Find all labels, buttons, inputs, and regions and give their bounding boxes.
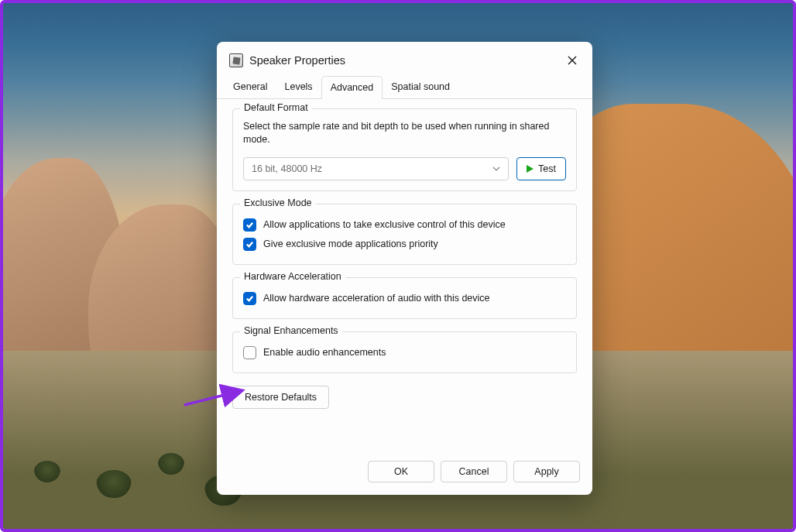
checkbox-exclusive-priority[interactable]	[243, 238, 256, 251]
cancel-button[interactable]: Cancel	[441, 461, 507, 482]
group-signal-enh: Signal Enhancements Enable audio enhance…	[232, 331, 577, 373]
chevron-down-icon	[492, 165, 500, 173]
default-format-description: Select the sample rate and bit depth to …	[243, 120, 566, 146]
dialog-footer: OK Cancel Apply	[217, 452, 592, 495]
label-exclusive-priority: Give exclusive mode applications priorit…	[263, 239, 438, 249]
group-title-hardware-accel: Hardware Acceleration	[240, 271, 345, 282]
apply-button[interactable]: Apply	[513, 461, 580, 482]
group-title-exclusive-mode: Exclusive Mode	[240, 197, 316, 208]
play-icon	[527, 165, 534, 173]
label-audio-enhancements: Enable audio enhancements	[263, 347, 386, 358]
speaker-properties-dialog: Speaker Properties General Levels Advanc…	[217, 42, 592, 495]
ok-button[interactable]: OK	[368, 461, 434, 482]
speaker-icon	[229, 53, 243, 67]
checkbox-audio-enhancements[interactable]	[243, 346, 256, 359]
window-title: Speaker Properties	[249, 54, 560, 67]
test-button[interactable]: Test	[516, 157, 566, 180]
background-brush	[158, 453, 184, 475]
label-exclusive-control: Allow applications to take exclusive con…	[263, 219, 506, 230]
group-default-format: Default Format Select the sample rate an…	[232, 108, 577, 191]
label-hardware-accel: Allow hardware acceleration of audio wit…	[263, 293, 490, 304]
tab-levels[interactable]: Levels	[276, 76, 321, 98]
group-title-default-format: Default Format	[240, 102, 312, 113]
restore-defaults-button[interactable]: Restore Defaults	[232, 386, 329, 409]
background-brush	[96, 470, 132, 498]
check-icon	[245, 221, 254, 229]
group-hardware-accel: Hardware Acceleration Allow hardware acc…	[232, 277, 577, 319]
sample-rate-value: 16 bit, 48000 Hz	[252, 163, 322, 174]
check-icon	[245, 240, 254, 249]
background-brush	[34, 461, 60, 482]
close-icon	[568, 56, 577, 65]
sample-rate-select[interactable]: 16 bit, 48000 Hz	[243, 157, 509, 180]
dialog-body: Default Format Select the sample rate an…	[217, 99, 592, 452]
tab-spatial-sound[interactable]: Spatial sound	[383, 76, 458, 98]
checkbox-hardware-accel[interactable]	[243, 292, 256, 305]
titlebar: Speaker Properties	[217, 42, 592, 76]
tab-advanced[interactable]: Advanced	[321, 76, 383, 99]
tab-strip: General Levels Advanced Spatial sound	[217, 76, 592, 99]
close-button[interactable]	[560, 50, 585, 71]
group-exclusive-mode: Exclusive Mode Allow applications to tak…	[232, 204, 577, 265]
checkbox-exclusive-control[interactable]	[243, 218, 256, 232]
tab-general[interactable]: General	[225, 76, 276, 98]
check-icon	[245, 294, 254, 303]
desktop: Speaker Properties General Levels Advanc…	[0, 0, 796, 532]
test-button-label: Test	[538, 163, 556, 174]
group-title-signal-enh: Signal Enhancements	[240, 325, 342, 336]
